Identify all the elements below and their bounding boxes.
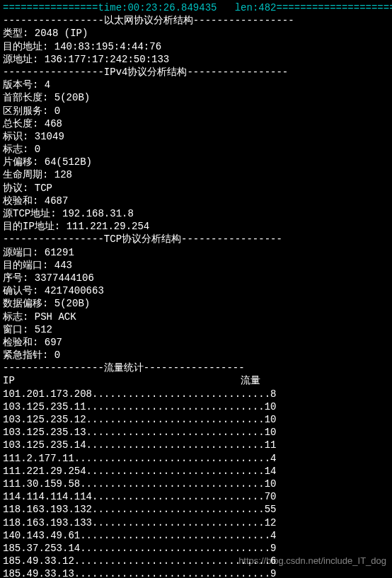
stats-row: 185.49.33.12............................… bbox=[3, 555, 389, 567]
tcp-flags: 标志: PSH ACK bbox=[3, 311, 389, 323]
ipv4-ttl: 生命周期: 128 bbox=[3, 168, 389, 181]
col-ip: IP bbox=[3, 375, 15, 386]
stats-row: 103.125.235.14..........................… bbox=[3, 439, 389, 451]
stats-row: 103.125.235.13..........................… bbox=[3, 426, 389, 439]
stats-row: 103.125.235.11..........................… bbox=[3, 400, 389, 413]
ipv4-total-len: 总长度: 468 bbox=[3, 117, 389, 130]
ipv4-header-len: 首部长度: 5(20B) bbox=[3, 91, 389, 104]
stats-row: 114.114.114.114.........................… bbox=[3, 490, 389, 503]
ipv4-flags: 标志: 0 bbox=[3, 143, 389, 156]
stats-row: 101.201.173.208.........................… bbox=[3, 388, 389, 400]
tcp-offset: 数据偏移: 5(20B) bbox=[3, 297, 389, 310]
stats-rows: 101.201.173.208.........................… bbox=[3, 388, 389, 578]
stats-section-header: -----------------流量统计----------------- bbox=[3, 362, 389, 374]
ipv4-frag: 片偏移: 64(512B) bbox=[3, 156, 389, 168]
tcp-src-port: 源端口: 61291 bbox=[3, 246, 389, 259]
tcp-ack: 确认号: 4217400663 bbox=[3, 284, 389, 297]
tcp-seq: 序号: 3377444106 bbox=[3, 272, 389, 284]
ethernet-section-header: -----------------以太网协议分析结构--------------… bbox=[3, 14, 389, 27]
stats-row: 118.163.193.133.........................… bbox=[3, 516, 389, 529]
tcp-title: TCP协议分析结构 bbox=[104, 233, 181, 245]
len-value: 482 bbox=[258, 2, 276, 13]
ipv4-section-header: -----------------IPv4协议分析结构-------------… bbox=[3, 66, 389, 79]
header-line: ================time:00:23:26.849435 len… bbox=[3, 1, 389, 14]
ipv4-title: IPv4协议分析结构 bbox=[104, 67, 188, 78]
stats-columns: IP 流量 bbox=[3, 374, 389, 387]
stats-row: 111.221.29.254..........................… bbox=[3, 465, 389, 478]
time-value: 00:23:26.849435 bbox=[127, 2, 217, 13]
ipv4-src-ip: 源TCP地址: 192.168.31.8 bbox=[3, 207, 389, 220]
stats-row: 111.2.177.11............................… bbox=[3, 452, 389, 465]
stats-title: 流量统计 bbox=[104, 362, 144, 374]
terminal-output: ================time:00:23:26.849435 len… bbox=[0, 0, 392, 578]
ipv4-dst-ip: 目的IP地址: 111.221.29.254 bbox=[3, 220, 389, 233]
col-traffic: 流量 bbox=[241, 375, 260, 386]
ipv4-checksum: 校验和: 4687 bbox=[3, 195, 389, 207]
stats-row: 118.163.193.132.........................… bbox=[3, 503, 389, 516]
ipv4-diffserv: 区别服务: 0 bbox=[3, 105, 389, 117]
ipv4-version: 版本号: 4 bbox=[3, 79, 389, 91]
len-label: len bbox=[235, 2, 253, 13]
tcp-urgent: 紧急指针: 0 bbox=[3, 349, 389, 362]
time-label: time bbox=[98, 2, 122, 13]
tcp-dst-port: 目的端口: 443 bbox=[3, 259, 389, 272]
tcp-window: 窗口: 512 bbox=[3, 323, 389, 336]
tcp-section-header: -----------------TCP协议分析结构--------------… bbox=[3, 233, 389, 245]
ipv4-proto: 协议: TCP bbox=[3, 182, 389, 195]
stats-row: 185.37.253.14...........................… bbox=[3, 542, 389, 555]
stats-row: 111.30.159.58...........................… bbox=[3, 478, 389, 490]
stats-row: 140.143.49.61...........................… bbox=[3, 529, 389, 542]
ipv4-id: 标识: 31049 bbox=[3, 130, 389, 143]
stats-row: 103.125.235.12..........................… bbox=[3, 413, 389, 426]
eth-dst: 目的地址: 140:83:195:4:44:76 bbox=[3, 40, 389, 53]
tcp-checksum: 检验和: 697 bbox=[3, 336, 389, 349]
ethernet-title: 以太网协议分析结构 bbox=[104, 15, 193, 26]
eth-type: 类型: 2048 (IP) bbox=[3, 27, 389, 40]
eth-src: 源地址: 136:177:17:242:50:133 bbox=[3, 53, 389, 66]
stats-row: 185.49.33.13............................… bbox=[3, 567, 389, 578]
